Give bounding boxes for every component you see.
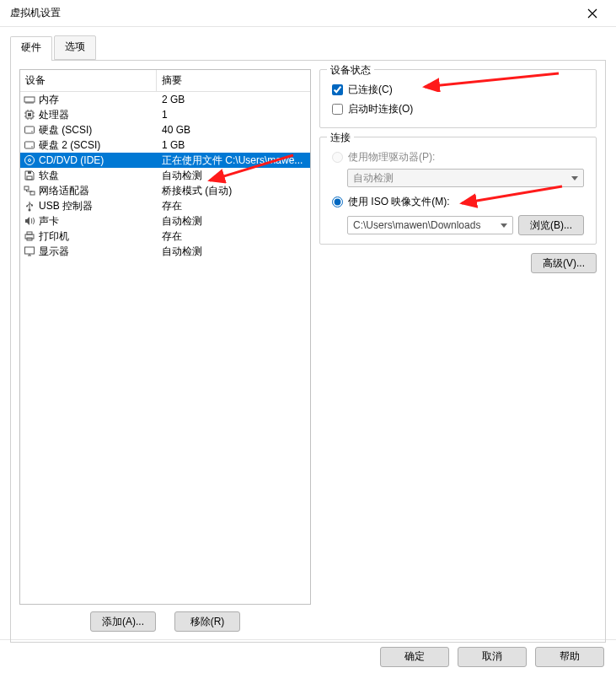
connection-groupbox: 连接 使用物理驱动器(P): 自动检测 使用 ISO 映像文件(M): C:\U… <box>319 137 597 245</box>
iso-row[interactable]: 使用 ISO 映像文件(M): <box>329 192 587 212</box>
floppy-icon <box>24 170 35 181</box>
device-name: 显示器 <box>39 245 69 259</box>
cancel-button[interactable]: 取消 <box>458 647 527 667</box>
svg-rect-19 <box>25 247 35 254</box>
svg-rect-2 <box>28 113 31 116</box>
connect-poweron-row[interactable]: 启动时连接(O) <box>329 100 587 119</box>
right-pane: 设备状态 已连接(C) 启动时连接(O) 连接 使用物理驱动器 <box>319 69 597 633</box>
browse-button[interactable]: 浏览(B)... <box>518 215 584 235</box>
iso-label: 使用 ISO 映像文件(M): <box>348 195 450 209</box>
add-button[interactable]: 添加(A)... <box>90 611 156 632</box>
close-button[interactable] <box>576 0 609 27</box>
cpu-icon <box>24 109 35 121</box>
device-name: USB 控制器 <box>39 199 93 213</box>
remove-button[interactable]: 移除(R) <box>174 611 240 632</box>
sound-icon <box>24 215 35 227</box>
tab-strip: 硬件 选项 <box>10 35 606 60</box>
device-name: 声卡 <box>39 214 59 229</box>
memory-icon <box>24 94 35 105</box>
svg-rect-0 <box>24 97 35 102</box>
advanced-button[interactable]: 高级(V)... <box>531 253 597 273</box>
tab-options[interactable]: 选项 <box>54 35 96 60</box>
ok-button[interactable]: 确定 <box>380 647 449 667</box>
svg-rect-9 <box>28 171 31 174</box>
advanced-row: 高级(V)... <box>319 253 597 273</box>
connected-checkbox-row[interactable]: 已连接(C) <box>329 80 587 100</box>
svg-point-8 <box>29 159 31 162</box>
cd-icon <box>24 154 35 166</box>
device-name: 内存 <box>39 93 59 107</box>
printer-icon <box>24 230 35 242</box>
device-row[interactable]: 打印机存在 <box>20 229 310 244</box>
tab-body: 设备 摘要 内存2 GB处理器1硬盘 (SCSI)40 GB硬盘 2 (SCSI… <box>10 60 606 643</box>
device-summary: 桥接模式 (自动) <box>157 184 310 198</box>
svg-rect-10 <box>27 176 32 180</box>
device-summary: 正在使用文件 C:\Users\mawe... <box>157 153 310 168</box>
network-icon <box>24 185 35 197</box>
disk-icon <box>24 124 35 136</box>
device-summary: 存在 <box>157 199 310 213</box>
left-button-row: 添加(A)... 移除(R) <box>19 605 311 633</box>
iso-path-combo[interactable]: C:\Users\mawen\Downloads <box>347 216 513 234</box>
left-pane: 设备 摘要 内存2 GB处理器1硬盘 (SCSI)40 GB硬盘 2 (SCSI… <box>19 69 311 633</box>
status-groupbox: 设备状态 已连接(C) 启动时连接(O) <box>319 69 597 128</box>
device-table: 设备 摘要 内存2 GB处理器1硬盘 (SCSI)40 GB硬盘 2 (SCSI… <box>19 69 311 605</box>
device-row[interactable]: 网络适配器桥接模式 (自动) <box>20 183 310 198</box>
tab-hardware[interactable]: 硬件 <box>10 36 52 61</box>
col-header-device[interactable]: 设备 <box>20 70 157 91</box>
device-name: 软盘 <box>39 169 59 183</box>
device-row[interactable]: 显示器自动检测 <box>20 244 310 259</box>
device-row[interactable]: 硬盘 2 (SCSI)1 GB <box>20 137 310 153</box>
device-row[interactable]: CD/DVD (IDE)正在使用文件 C:\Users\mawe... <box>20 153 310 168</box>
device-name: 硬盘 2 (SCSI) <box>39 138 100 153</box>
svg-point-4 <box>31 131 33 132</box>
usb-icon <box>24 200 35 212</box>
device-row[interactable]: 软盘自动检测 <box>20 168 310 183</box>
svg-rect-17 <box>27 232 32 234</box>
physical-drive-combo: 自动检测 <box>347 169 584 187</box>
svg-rect-5 <box>25 142 35 148</box>
device-name: 网络适配器 <box>39 184 89 198</box>
connected-label: 已连接(C) <box>348 83 393 97</box>
connection-group-title: 连接 <box>327 131 354 145</box>
connect-poweron-label: 启动时连接(O) <box>348 102 413 116</box>
svg-rect-11 <box>24 186 29 190</box>
device-name: 硬盘 (SCSI) <box>39 123 92 137</box>
device-summary: 40 GB <box>157 124 310 136</box>
svg-point-14 <box>26 206 28 207</box>
device-row[interactable]: 声卡自动检测 <box>20 213 310 229</box>
titlebar: 虚拟机设置 <box>0 0 616 27</box>
device-summary: 1 GB <box>157 139 310 151</box>
device-name: 打印机 <box>39 229 69 244</box>
device-summary: 自动检测 <box>157 169 310 183</box>
display-icon <box>24 245 35 257</box>
device-row[interactable]: 硬盘 (SCSI)40 GB <box>20 122 310 137</box>
device-row[interactable]: USB 控制器存在 <box>20 198 310 213</box>
device-name: 处理器 <box>39 108 69 122</box>
physical-drive-row: 使用物理驱动器(P): <box>329 148 587 167</box>
physical-drive-radio <box>332 152 343 163</box>
device-summary: 自动检测 <box>157 214 310 229</box>
device-summary: 存在 <box>157 229 310 244</box>
status-group-title: 设备状态 <box>327 63 374 78</box>
device-rows: 内存2 GB处理器1硬盘 (SCSI)40 GB硬盘 2 (SCSI)1 GBC… <box>20 92 310 259</box>
content-area: 硬件 选项 设备 摘要 内存2 GB处理器1硬盘 (SCSI)40 GB硬盘 2… <box>0 27 616 639</box>
window-title: 虚拟机设置 <box>7 6 576 20</box>
connect-poweron-checkbox[interactable] <box>332 104 343 115</box>
connected-checkbox[interactable] <box>332 84 343 95</box>
svg-point-6 <box>31 146 33 148</box>
device-table-header: 设备 摘要 <box>20 70 310 92</box>
iso-radio[interactable] <box>332 197 343 207</box>
physical-drive-label: 使用物理驱动器(P): <box>348 150 435 164</box>
footer: 确定 取消 帮助 <box>0 639 616 673</box>
device-row[interactable]: 处理器1 <box>20 107 310 122</box>
device-name: CD/DVD (IDE) <box>39 154 104 166</box>
device-row[interactable]: 内存2 GB <box>20 92 310 107</box>
close-icon <box>587 8 597 19</box>
col-header-summary[interactable]: 摘要 <box>157 70 310 91</box>
disk-icon <box>24 139 35 151</box>
help-button[interactable]: 帮助 <box>535 647 604 667</box>
device-summary: 自动检测 <box>157 245 310 259</box>
svg-rect-3 <box>25 127 35 133</box>
svg-point-7 <box>25 156 35 165</box>
